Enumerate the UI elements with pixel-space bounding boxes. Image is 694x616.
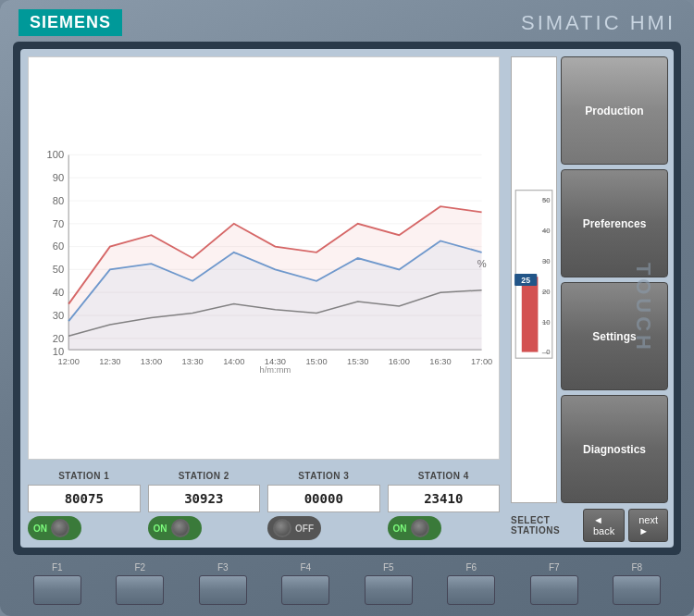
fkey-f2: F2 (116, 562, 164, 605)
svg-text:90: 90 (53, 172, 64, 183)
svg-text:16:30: 16:30 (429, 357, 451, 366)
station-3-value: 00000 (267, 485, 380, 512)
svg-text:12:30: 12:30 (99, 357, 120, 366)
svg-text:60: 60 (53, 240, 64, 252)
fkey-f5-label: F5 (383, 562, 394, 573)
fkey-f6-btn[interactable] (447, 575, 495, 605)
svg-text:10: 10 (53, 346, 64, 357)
fkey-f3-btn[interactable] (199, 575, 247, 605)
nav-arrow-buttons: ◄ back next ► (583, 509, 668, 542)
screen-bezel: 100 90 80 70 60 50 40 30 20 10 (13, 42, 681, 555)
svg-text:16:00: 16:00 (389, 357, 410, 366)
svg-text:17:00: 17:00 (471, 357, 492, 366)
station-3-toggle-label: OFF (295, 524, 314, 534)
touch-label: TOUCH (631, 263, 655, 353)
fkey-f4-btn[interactable] (281, 575, 329, 605)
station-1-label: STATION 1 (58, 471, 109, 481)
station-4-value: 23410 (388, 485, 501, 512)
fkey-f8: F8 (613, 562, 661, 605)
fkey-f1-label: F1 (52, 562, 63, 573)
fkey-f7-label: F7 (549, 562, 560, 573)
station-1-toggle[interactable]: ON (28, 516, 81, 540)
fkey-f3: F3 (199, 562, 247, 605)
station-2-toggle[interactable]: ON (148, 516, 202, 540)
fkey-f6: F6 (447, 562, 495, 605)
chart-container: 100 90 80 70 60 50 40 30 20 10 (28, 56, 500, 460)
main-panel: 100 90 80 70 60 50 40 30 20 10 (20, 49, 507, 548)
fkey-f6-label: F6 (465, 562, 477, 573)
station-3-label: STATION 3 (298, 471, 349, 481)
siemens-logo: SIEMENS (19, 9, 122, 36)
fkey-f7-btn[interactable] (530, 575, 578, 605)
svg-text:13:30: 13:30 (181, 357, 203, 366)
fkey-f5: F5 (365, 562, 413, 605)
diagnostics-button[interactable]: Diagnostics (561, 395, 668, 503)
fkey-f1: F1 (33, 562, 81, 605)
device-header: SIEMENS SIMATIC HMI (0, 0, 694, 42)
svg-rect-47 (522, 277, 539, 351)
svg-text:20: 20 (53, 333, 64, 344)
svg-text:80: 80 (53, 195, 64, 206)
station-4-label: STATION 4 (418, 471, 469, 481)
station-2-value: 30923 (148, 485, 261, 512)
station-3-toggle[interactable]: OFF (267, 516, 321, 540)
fkey-f2-label: F2 (134, 562, 145, 573)
fkey-f7: F7 (530, 562, 578, 605)
station-1: STATION 1 80075 ON (28, 471, 141, 540)
simatic-title: SIMATIC HMI (521, 11, 675, 35)
stations-area: STATION 1 80075 ON STATION 2 (28, 467, 500, 540)
fkey-f1-btn[interactable] (33, 575, 81, 605)
station-2: STATION 2 30923 ON (148, 471, 261, 540)
select-stations-label: SELECT STATIONS (511, 515, 577, 536)
screen-content: 100 90 80 70 60 50 40 30 20 10 (20, 49, 674, 548)
station-2-controls: ON (148, 516, 261, 540)
fkey-f2-btn[interactable] (116, 575, 164, 605)
svg-text:25: 25 (521, 276, 530, 285)
select-stations-row: SELECT STATIONS ◄ back next ► (507, 509, 674, 548)
svg-text:15:30: 15:30 (347, 357, 368, 366)
station-1-value: 80075 (28, 485, 141, 512)
svg-text:40: 40 (53, 287, 64, 298)
back-button[interactable]: ◄ back (583, 509, 625, 542)
svg-text:0: 0 (546, 348, 550, 356)
function-keys: F1 F2 F3 F4 F5 F6 F7 F8 (0, 555, 694, 616)
station-2-toggle-label: ON (154, 524, 167, 534)
next-button[interactable]: next ► (628, 509, 668, 542)
svg-text:100: 100 (47, 149, 65, 160)
device-frame: TOUCH SIEMENS SIMATIC HMI (0, 0, 694, 616)
svg-text:70: 70 (53, 218, 64, 229)
station-4-toggle[interactable]: ON (388, 516, 441, 540)
svg-text:14:00: 14:00 (223, 357, 244, 366)
station-4-toggle-label: ON (393, 524, 407, 534)
fkey-f3-label: F3 (217, 562, 229, 573)
svg-text:h/m:mm: h/m:mm (260, 365, 291, 375)
station-1-controls: ON (28, 516, 141, 540)
svg-text:13:00: 13:00 (141, 357, 162, 366)
station-1-toggle-label: ON (33, 524, 47, 534)
screen-inner: 100 90 80 70 60 50 40 30 20 10 (20, 49, 674, 548)
station-3: STATION 3 00000 OFF (267, 471, 380, 540)
station-4-controls: ON (388, 516, 501, 540)
svg-text:50: 50 (53, 264, 64, 275)
fkey-f4-label: F4 (300, 562, 311, 573)
svg-text:15:00: 15:00 (305, 357, 327, 366)
station-3-knob (273, 519, 291, 537)
station-2-label: STATION 2 (179, 471, 229, 481)
svg-text:12:00: 12:00 (58, 357, 80, 366)
station-4-knob (411, 519, 429, 537)
gauge-svg: 50 40 30 20 10 0 (514, 61, 554, 499)
preferences-button[interactable]: Preferences (561, 169, 668, 277)
fkey-f8-btn[interactable] (613, 575, 661, 605)
production-button[interactable]: Production (561, 56, 668, 165)
gauge-container: 50 40 30 20 10 0 (511, 56, 557, 503)
chart-svg: 100 90 80 70 60 50 40 30 20 10 (34, 63, 493, 453)
station-2-knob (171, 519, 190, 537)
station-4: STATION 4 23410 ON (388, 471, 501, 540)
station-1-knob (51, 519, 69, 537)
fkey-f8-label: F8 (631, 562, 642, 573)
svg-text:30: 30 (53, 310, 64, 321)
fkey-f5-btn[interactable] (365, 575, 413, 605)
fkey-f4: F4 (281, 562, 329, 605)
station-3-controls: OFF (267, 516, 380, 540)
